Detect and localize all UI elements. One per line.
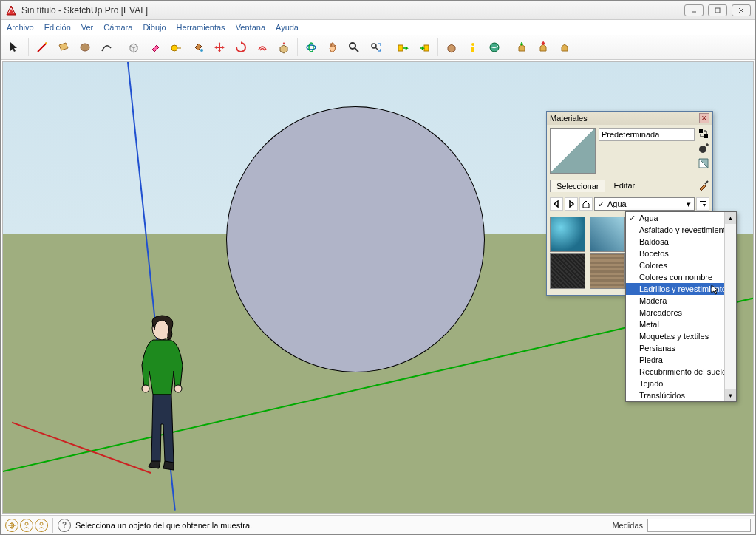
help-icon[interactable]: ? (58, 519, 71, 532)
select-tool[interactable] (5, 38, 24, 57)
pan-tool[interactable] (323, 38, 342, 57)
dropdown-item[interactable]: Bocetos (626, 248, 724, 259)
orbit-tool[interactable] (302, 38, 321, 57)
scroll-up-button[interactable]: ▲ (725, 212, 736, 224)
menu-archivo[interactable]: Archivo (7, 23, 34, 32)
rotate-tool[interactable] (231, 38, 251, 57)
zoom-tool[interactable] (344, 38, 364, 57)
dropdown-item[interactable]: Asfaltado y revestimientos (626, 224, 724, 236)
line-tool[interactable] (33, 38, 52, 57)
material-thumbnail[interactable] (590, 253, 625, 289)
materials-forward-button[interactable] (565, 197, 578, 211)
place-person-tool[interactable] (463, 38, 483, 57)
scroll-track[interactable] (725, 224, 736, 389)
tape-measure-tool[interactable] (167, 38, 186, 57)
materials-panel-close-button[interactable]: ✕ (699, 113, 709, 123)
cursor-icon (711, 284, 720, 295)
statusbar-separator (52, 518, 53, 533)
circle-tool[interactable] (75, 38, 95, 57)
get-models-tool[interactable] (442, 38, 461, 57)
material-thumbnail[interactable] (550, 217, 585, 252)
menu-herramientas[interactable]: Herramientas (177, 23, 225, 32)
svg-point-9 (309, 43, 313, 52)
minimize-button[interactable] (684, 4, 704, 16)
display-secondary-pane-button[interactable] (698, 128, 709, 140)
make-component-tool[interactable] (124, 38, 143, 57)
materials-menu-button[interactable] (696, 197, 709, 211)
dropdown-item[interactable]: Ladrillos y revestimientos (626, 283, 724, 295)
toolbar-separator (28, 38, 29, 56)
svg-line-13 (375, 47, 378, 50)
dropdown-item[interactable]: Colores (626, 259, 724, 271)
material-name-input[interactable] (599, 128, 695, 141)
svg-point-19 (142, 385, 149, 392)
menu-dibujo[interactable]: Dibujo (143, 23, 166, 32)
menubar: Archivo Edición Ver Cámara Dibujo Herram… (1, 20, 755, 35)
dropdown-item[interactable]: Agua (626, 212, 724, 224)
dropdown-item[interactable]: Marcadores (626, 307, 724, 318)
material-thumbnail[interactable] (590, 217, 625, 252)
materials-home-button[interactable] (579, 197, 593, 211)
dropdown-item[interactable]: Persianas (626, 342, 724, 354)
dropdown-item[interactable]: Colores con nombre (626, 271, 724, 283)
arc-tool[interactable] (97, 38, 116, 57)
close-button[interactable] (732, 4, 751, 16)
push-pull-tool[interactable] (274, 38, 293, 57)
materials-category-combo[interactable]: ✓ Agua ▾ (594, 197, 695, 211)
window-buttons (684, 4, 751, 16)
dropdown-item[interactable]: Recubrimiento del suelo (626, 366, 724, 378)
move-tool[interactable] (210, 38, 229, 57)
eraser-tool[interactable] (146, 38, 165, 57)
sample-paint-button[interactable] (698, 180, 709, 191)
geolocation-icon[interactable] (5, 519, 18, 532)
tab-editar[interactable]: Editar (607, 179, 641, 192)
toolbar-separator (120, 38, 120, 56)
zoom-extents-tool[interactable] (366, 38, 385, 57)
dropdown-item[interactable]: Metal (626, 318, 724, 330)
materials-tabs: Seleccionar Editar (547, 177, 712, 194)
claim-credit-icon[interactable] (35, 519, 48, 532)
offset-tool[interactable] (253, 38, 272, 57)
menu-edicion[interactable]: Edición (44, 23, 71, 32)
dropdown-item[interactable]: Tejado (626, 378, 724, 389)
warehouse-download-tool[interactable] (512, 38, 531, 57)
dropdown-item[interactable]: Madera (626, 295, 724, 307)
materials-side-controls (698, 128, 709, 174)
default-material-button[interactable] (698, 157, 709, 169)
scroll-down-button[interactable]: ▼ (725, 389, 736, 401)
tab-seleccionar[interactable]: Seleccionar (550, 180, 605, 192)
paint-bucket-tool[interactable] (188, 38, 208, 57)
material-preview-swatch[interactable] (550, 128, 596, 174)
dropdown-scrollbar[interactable]: ▲ ▼ (724, 212, 736, 401)
next-view-tool[interactable] (415, 38, 434, 57)
maximize-button[interactable] (708, 4, 727, 16)
svg-point-10 (350, 43, 355, 49)
material-thumbnail[interactable] (550, 253, 585, 289)
menu-camara[interactable]: Cámara (103, 23, 132, 32)
dropdown-item[interactable]: Moquetas y textiles (626, 330, 724, 342)
dropdown-item[interactable]: Baldosa (626, 236, 724, 248)
materials-back-button[interactable] (550, 197, 563, 211)
materials-panel-titlebar[interactable]: Materiales ✕ (547, 112, 712, 125)
svg-point-23 (699, 146, 706, 153)
measurements-input[interactable] (647, 519, 751, 532)
svg-rect-1 (715, 8, 720, 13)
check-icon: ✓ (598, 200, 605, 209)
materials-category-dropdown: AguaAsfaltado y revestimientosBaldosaBoc… (625, 211, 737, 402)
menu-ayuda[interactable]: Ayuda (276, 23, 299, 32)
create-material-button[interactable] (698, 143, 709, 154)
svg-point-16 (471, 43, 474, 46)
warehouse-upload-tool[interactable] (534, 38, 553, 57)
menu-ver[interactable]: Ver (81, 23, 94, 32)
dropdown-item[interactable]: Translúcidos (626, 389, 724, 401)
statusbar-hint: Selecciona un objeto del que obtener la … (75, 521, 607, 530)
previous-view-tool[interactable] (393, 38, 412, 57)
dropdown-item[interactable]: Piedra (626, 354, 724, 366)
menu-ventana[interactable]: Ventana (236, 23, 265, 32)
materials-category-value: Agua (607, 200, 627, 208)
credits-icon[interactable] (20, 519, 33, 532)
google-earth-tool[interactable] (485, 38, 504, 57)
viewport[interactable]: Materiales ✕ Seleccionar Editar (2, 61, 754, 514)
rectangle-tool[interactable] (54, 38, 73, 57)
share-model-tool[interactable] (555, 38, 574, 57)
